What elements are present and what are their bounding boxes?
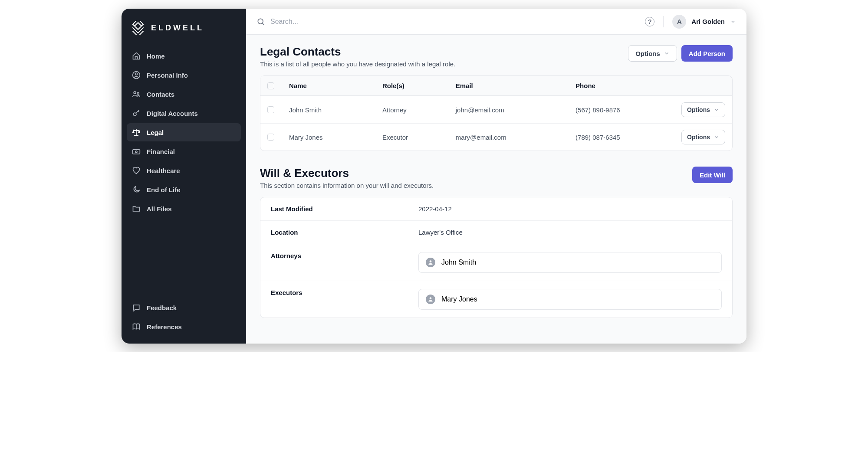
user-menu[interactable]: A Ari Golden <box>672 15 736 29</box>
chevron-down-icon <box>713 107 720 113</box>
sidebar-item-references[interactable]: References <box>127 318 241 336</box>
sidebar-item-legal[interactable]: Legal <box>127 123 241 141</box>
will-label: Location <box>271 229 418 236</box>
will-row-last-modified: Last Modified 2022-04-12 <box>260 197 732 221</box>
sidebar-item-label: Healthcare <box>147 167 180 174</box>
will-label: Last Modified <box>271 205 418 213</box>
svg-point-7 <box>258 19 263 24</box>
button-label: Options <box>635 50 660 57</box>
folder-icon <box>132 204 141 213</box>
table-row: John Smith Attorney john@email.com (567)… <box>260 96 732 123</box>
legal-contacts-header: Legal Contacts This is a list of all peo… <box>260 45 733 68</box>
row-options-button[interactable]: Options <box>681 130 725 144</box>
button-label: Edit Will <box>700 171 725 179</box>
divider <box>663 16 664 27</box>
person-avatar-icon <box>426 258 435 267</box>
help-button[interactable]: ? <box>645 17 654 26</box>
svg-rect-5 <box>133 150 140 154</box>
legal-contacts-subtitle: This is a list of all people who you hav… <box>260 60 455 68</box>
chevron-down-icon <box>664 50 670 56</box>
money-icon <box>132 147 141 156</box>
person-chip[interactable]: Mary Jones <box>418 289 722 310</box>
chevron-down-icon <box>730 19 736 25</box>
sidebar-item-digital-accounts[interactable]: Digital Accounts <box>127 104 241 122</box>
sidebar-item-healthcare[interactable]: Healthcare <box>127 161 241 180</box>
person-chip[interactable]: John Smith <box>418 252 722 273</box>
sidebar-bottom: Feedback References <box>122 298 246 344</box>
avatar: A <box>672 15 686 29</box>
svg-point-2 <box>134 92 136 94</box>
sidebar-item-label: Financial <box>147 148 175 155</box>
button-label: Options <box>687 134 710 141</box>
sidebar-item-label: Home <box>147 52 165 60</box>
row-checkbox[interactable] <box>267 134 274 141</box>
cell-phone: (567) 890-9876 <box>575 106 669 114</box>
legal-contacts-options-button[interactable]: Options <box>628 45 677 62</box>
svg-point-8 <box>430 260 432 262</box>
col-roles: Role(s) <box>382 82 456 89</box>
sidebar-item-financial[interactable]: Financial <box>127 142 241 161</box>
chat-icon <box>132 303 141 312</box>
will-row-executors: Executors Mary Jones <box>260 281 732 318</box>
svg-point-6 <box>135 151 137 153</box>
will-title: Will & Executors <box>260 167 434 180</box>
avatar-initial: A <box>677 18 682 25</box>
cell-email: mary@email.com <box>456 134 575 141</box>
cell-name: Mary Jones <box>289 134 382 141</box>
will-header: Will & Executors This section contains i… <box>260 167 733 189</box>
sidebar: ELDWELL Home Personal Info Contacts Digi… <box>122 9 246 344</box>
scales-icon <box>132 128 141 137</box>
sidebar-item-all-files[interactable]: All Files <box>127 200 241 218</box>
cell-name: John Smith <box>289 106 382 114</box>
cell-email: john@email.com <box>456 106 575 114</box>
select-all-checkbox[interactable] <box>267 82 274 89</box>
legal-contacts-table: Name Role(s) Email Phone John Smith Atto… <box>260 75 733 151</box>
svg-point-9 <box>430 297 432 299</box>
person-name: Mary Jones <box>441 295 477 303</box>
row-options-button[interactable]: Options <box>681 102 725 117</box>
sidebar-item-label: Personal Info <box>147 72 188 79</box>
sidebar-item-label: References <box>147 323 182 331</box>
home-icon <box>132 52 141 60</box>
sidebar-item-label: Legal <box>147 129 164 136</box>
svg-point-3 <box>137 92 139 94</box>
heart-icon <box>132 166 141 175</box>
will-subtitle: This section contains information on you… <box>260 182 434 189</box>
will-label: Attorneys <box>271 252 418 259</box>
add-person-button[interactable]: Add Person <box>681 45 733 62</box>
content: Legal Contacts This is a list of all peo… <box>246 35 746 344</box>
search <box>256 17 639 26</box>
will-value: 2022-04-12 <box>418 205 722 213</box>
edit-will-button[interactable]: Edit Will <box>692 167 733 183</box>
sidebar-item-personal-info[interactable]: Personal Info <box>127 66 241 84</box>
brand-name: ELDWELL <box>151 23 204 33</box>
chevron-down-icon <box>713 134 720 140</box>
cell-role: Attorney <box>382 106 456 114</box>
search-icon <box>256 17 265 26</box>
brand-logo-icon <box>131 21 145 35</box>
sidebar-item-feedback[interactable]: Feedback <box>127 298 241 317</box>
sidebar-item-label: Feedback <box>147 304 177 311</box>
book-icon <box>132 322 141 331</box>
sidebar-item-label: All Files <box>147 205 172 213</box>
will-row-attorneys: Attorneys John Smith <box>260 244 732 281</box>
sidebar-item-label: End of Life <box>147 186 181 193</box>
moon-icon <box>132 185 141 194</box>
sidebar-item-home[interactable]: Home <box>127 47 241 65</box>
col-phone: Phone <box>575 82 669 89</box>
legal-contacts-title: Legal Contacts <box>260 45 455 59</box>
col-name: Name <box>289 82 382 89</box>
person-icon <box>132 71 141 79</box>
button-label: Options <box>687 106 710 113</box>
svg-point-4 <box>133 113 136 116</box>
sidebar-item-contacts[interactable]: Contacts <box>127 85 241 103</box>
sidebar-item-label: Contacts <box>147 91 174 98</box>
will-card: Last Modified 2022-04-12 Location Lawyer… <box>260 197 733 318</box>
search-input[interactable] <box>270 18 639 26</box>
row-checkbox[interactable] <box>267 106 274 113</box>
sidebar-item-end-of-life[interactable]: End of Life <box>127 180 241 199</box>
will-label: Executors <box>271 289 418 296</box>
table-row: Mary Jones Executor mary@email.com (789)… <box>260 123 732 151</box>
key-icon <box>132 109 141 118</box>
will-row-location: Location Lawyer's Office <box>260 221 732 244</box>
